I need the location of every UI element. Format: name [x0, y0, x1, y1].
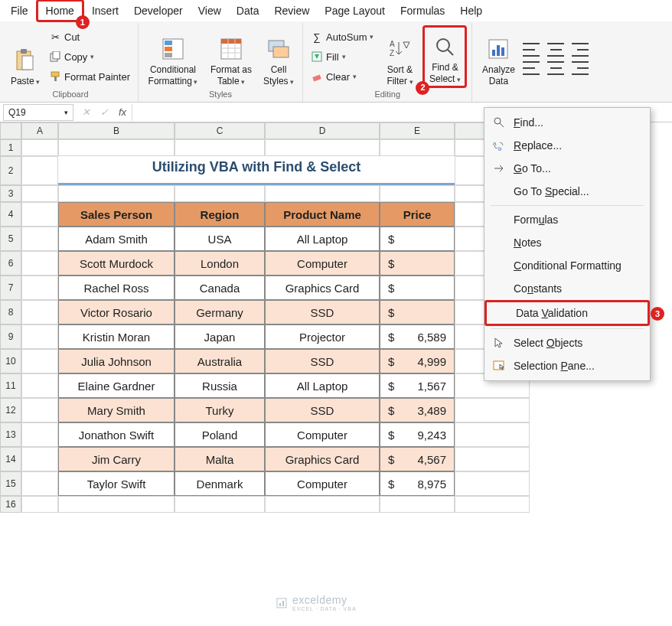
cell[interactable] — [21, 373, 58, 398]
table-cell[interactable]: $ — [380, 276, 455, 300]
tab-view[interactable]: View — [191, 2, 229, 20]
table-cell[interactable]: USA — [175, 227, 265, 251]
cell[interactable] — [21, 471, 58, 496]
table-cell[interactable]: All Laptop — [265, 227, 380, 251]
clear-button[interactable]: Clear — [308, 67, 377, 86]
cell[interactable] — [21, 227, 58, 251]
cut-button[interactable]: ✂ Cut — [46, 28, 133, 46]
col-header-A[interactable]: A — [21, 122, 58, 139]
tab-data[interactable]: Data — [229, 2, 267, 20]
format-painter-button[interactable]: Format Painter — [46, 67, 133, 86]
table-cell[interactable]: Computer — [265, 422, 380, 447]
table-cell[interactable]: Victor Rosario — [58, 300, 175, 324]
row-header[interactable]: 12 — [0, 398, 21, 422]
tab-formulas[interactable]: Formulas — [393, 2, 452, 20]
fx-button[interactable]: fx — [113, 106, 132, 118]
row-header[interactable]: 1 — [0, 139, 21, 156]
copy-button[interactable]: Copy — [46, 47, 133, 66]
table-cell[interactable]: $6,589 — [380, 324, 455, 349]
row-header[interactable]: 10 — [0, 349, 21, 373]
table-cell[interactable]: Canada — [175, 276, 265, 300]
sheet-title[interactable]: Utilizing VBA with Find & Select — [58, 156, 455, 185]
menu-find[interactable]: Find... — [484, 111, 650, 134]
format-as-table-button[interactable]: Format as Table — [206, 25, 256, 88]
row-header[interactable]: 11 — [0, 373, 21, 398]
cell[interactable] — [455, 471, 530, 496]
table-cell[interactable]: Australia — [175, 349, 265, 373]
table-cell[interactable]: Kristin Moran — [58, 324, 175, 349]
row-header[interactable]: 2 — [0, 156, 21, 185]
cell[interactable] — [21, 349, 58, 373]
table-header[interactable]: Sales Person — [58, 202, 175, 227]
table-cell[interactable]: All Laptop — [265, 373, 380, 398]
menu-goto[interactable]: Go To... — [484, 157, 650, 180]
find-select-button[interactable]: Find & Select 2 — [422, 25, 467, 88]
enter-formula-button[interactable]: ✓ — [95, 106, 113, 118]
autosum-button[interactable]: ∑ AutoSum — [308, 28, 377, 46]
col-header-B[interactable]: B — [58, 122, 175, 139]
table-cell[interactable]: London — [175, 251, 265, 276]
cell[interactable] — [21, 447, 58, 471]
fill-button[interactable]: Fill — [308, 47, 377, 66]
table-cell[interactable]: SSD — [265, 349, 380, 373]
cell[interactable] — [21, 251, 58, 276]
table-cell[interactable]: Elaine Gardner — [58, 373, 175, 398]
row-header[interactable]: 3 — [0, 185, 21, 202]
col-header-D[interactable]: D — [265, 122, 380, 139]
cell[interactable] — [21, 202, 58, 227]
cell[interactable] — [265, 139, 380, 156]
menu-notes[interactable]: Notes — [484, 231, 650, 254]
table-cell[interactable]: $1,567 — [380, 373, 455, 398]
align-left[interactable] — [523, 61, 540, 75]
cell[interactable] — [21, 185, 58, 202]
menu-replace[interactable]: ab Replace... — [484, 134, 650, 157]
cell[interactable] — [21, 324, 58, 349]
table-header[interactable]: Region — [175, 202, 265, 227]
table-header[interactable]: Price — [380, 202, 455, 227]
cell-styles-button[interactable]: Cell Styles — [259, 25, 298, 88]
table-cell[interactable]: Computer — [265, 251, 380, 276]
table-cell[interactable]: $ — [380, 300, 455, 324]
row-header[interactable]: 6 — [0, 251, 21, 276]
table-cell[interactable]: SSD — [265, 398, 380, 422]
name-box[interactable]: Q19 ▾ — [3, 104, 73, 121]
cell[interactable] — [455, 447, 530, 471]
menu-formulas[interactable]: Formulas — [484, 208, 650, 231]
cell[interactable] — [21, 156, 58, 185]
table-header[interactable]: Product Name — [265, 202, 380, 227]
sort-filter-button[interactable]: AZ Sort & Filter — [380, 25, 419, 88]
table-cell[interactable]: Graphics Card — [265, 447, 380, 471]
table-cell[interactable]: $4,999 — [380, 349, 455, 373]
menu-select-objects[interactable]: Select Objects — [484, 331, 650, 354]
cell[interactable] — [58, 185, 175, 202]
table-cell[interactable]: Jim Carry — [58, 447, 175, 471]
cell[interactable] — [21, 300, 58, 324]
table-cell[interactable]: Julia Johnson — [58, 349, 175, 373]
align-top-right[interactable] — [572, 43, 589, 57]
table-cell[interactable]: $4,567 — [380, 447, 455, 471]
table-cell[interactable]: $ — [380, 251, 455, 276]
cell[interactable] — [380, 185, 455, 202]
cell[interactable] — [455, 422, 530, 447]
row-header[interactable]: 9 — [0, 324, 21, 349]
table-cell[interactable]: $8,975 — [380, 471, 455, 496]
cell[interactable] — [21, 496, 58, 513]
align-center[interactable] — [547, 61, 564, 75]
menu-constants[interactable]: Constants — [484, 277, 650, 300]
table-cell[interactable]: $3,489 — [380, 398, 455, 422]
cell[interactable] — [265, 185, 380, 202]
table-cell[interactable]: Graphics Card — [265, 276, 380, 300]
table-cell[interactable]: Taylor Swift — [58, 471, 175, 496]
cell[interactable] — [455, 398, 530, 422]
table-cell[interactable]: $ — [380, 227, 455, 251]
table-cell[interactable]: Mary Smith — [58, 398, 175, 422]
row-header[interactable]: 8 — [0, 300, 21, 324]
tab-insert[interactable]: Insert — [84, 2, 126, 20]
cell[interactable] — [175, 139, 265, 156]
table-cell[interactable]: Denmark — [175, 471, 265, 496]
cancel-formula-button[interactable]: ✕ — [77, 106, 95, 118]
row-header[interactable]: 15 — [0, 471, 21, 496]
row-header[interactable]: 5 — [0, 227, 21, 251]
cell[interactable] — [175, 185, 265, 202]
row-header[interactable]: 4 — [0, 202, 21, 227]
